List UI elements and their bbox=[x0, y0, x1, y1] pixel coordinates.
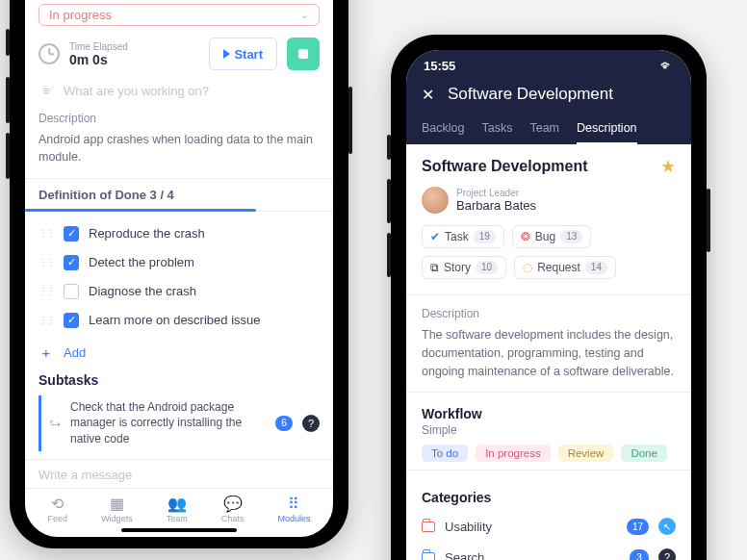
chevron-down-icon: ⌄ bbox=[300, 9, 309, 21]
definition-of-done-header[interactable]: Definition of Done 3 / 4 bbox=[25, 178, 333, 212]
tab-tasks[interactable]: Tasks bbox=[481, 115, 512, 144]
state-inprogress[interactable]: In progress bbox=[476, 445, 551, 462]
checklist-item[interactable]: ⋮⋮✓Reproduce the crash bbox=[39, 219, 320, 248]
stop-icon bbox=[298, 49, 308, 59]
feed-icon: ⟲ bbox=[51, 495, 64, 512]
help-icon[interactable]: ? bbox=[658, 548, 676, 560]
nav-widgets[interactable]: ▦Widgets bbox=[101, 495, 133, 523]
checklist-label: Diagnose the crash bbox=[89, 284, 196, 298]
type-label: Bug bbox=[535, 230, 555, 243]
plus-icon: + bbox=[39, 344, 54, 361]
time-elapsed-value: 0m 0s bbox=[69, 52, 199, 67]
checklist-item[interactable]: ⋮⋮Diagnose the crash bbox=[39, 277, 320, 306]
issue-type-chips: ✔Task19 ❂Bug13 ⧉Story10 ◌Request14 bbox=[422, 225, 676, 279]
working-on-input[interactable]: ≡ What are you working on? bbox=[39, 84, 320, 98]
drag-handle-icon[interactable]: ⋮⋮ bbox=[39, 257, 54, 267]
checkbox[interactable]: ✓ bbox=[64, 255, 79, 270]
checklist-label: Detect the problem bbox=[89, 255, 194, 269]
category-name: Usability bbox=[445, 520, 617, 534]
workflow-label: Workflow bbox=[422, 406, 676, 421]
request-icon: ◌ bbox=[523, 261, 532, 274]
drag-handle-icon[interactable]: ⋮⋮ bbox=[39, 315, 54, 325]
tab-team[interactable]: Team bbox=[529, 115, 559, 144]
dod-checklist: ⋮⋮✓Reproduce the crash⋮⋮✓Detect the prob… bbox=[39, 212, 320, 339]
team-icon: 👥 bbox=[167, 495, 187, 512]
hw-button bbox=[387, 179, 391, 223]
start-timer-button[interactable]: Start bbox=[209, 38, 277, 70]
project-header: 15:55 ᯤ ✕ Software Development Backlog T… bbox=[406, 50, 691, 144]
bug-icon: ❂ bbox=[521, 230, 530, 243]
nav-chats[interactable]: 💬Chats bbox=[221, 495, 245, 523]
message-input[interactable]: Write a message bbox=[25, 459, 333, 488]
hw-button bbox=[707, 189, 710, 252]
type-count: 19 bbox=[474, 230, 496, 243]
checkbox[interactable]: ✓ bbox=[64, 313, 79, 328]
divider bbox=[406, 392, 691, 393]
category-name: Search bbox=[445, 550, 620, 560]
project-title: Software Development bbox=[422, 158, 587, 175]
checklist-item[interactable]: ⋮⋮✓Learn more on described issue bbox=[39, 306, 320, 335]
close-icon[interactable]: ✕ bbox=[422, 86, 434, 104]
drag-handle-icon[interactable]: ⋮⋮ bbox=[39, 286, 54, 296]
bookmark-icon: ⧉ bbox=[430, 261, 439, 274]
checkbox[interactable] bbox=[64, 284, 79, 299]
tab-description[interactable]: Description bbox=[577, 115, 637, 144]
folder-icon bbox=[422, 522, 435, 532]
leader-label: Project Leader bbox=[456, 188, 536, 198]
play-icon bbox=[223, 49, 230, 59]
nav-team[interactable]: 👥Team bbox=[167, 495, 188, 523]
leader-avatar bbox=[422, 187, 449, 214]
subtask-icon: ⮑ bbox=[49, 417, 61, 430]
type-chip-request[interactable]: ◌Request14 bbox=[514, 256, 616, 279]
nav-feed[interactable]: ⟲Feed bbox=[48, 495, 68, 523]
home-indicator bbox=[121, 528, 237, 532]
type-label: Story bbox=[444, 261, 471, 274]
help-icon[interactable]: ? bbox=[302, 415, 320, 432]
checkbox[interactable]: ✓ bbox=[64, 226, 79, 242]
category-row[interactable]: Usability17↖ bbox=[422, 511, 676, 542]
type-chip-bug[interactable]: ❂Bug13 bbox=[512, 225, 591, 248]
type-chip-story[interactable]: ⧉Story10 bbox=[422, 256, 506, 279]
drag-handle-icon[interactable]: ⋮⋮ bbox=[39, 228, 54, 239]
stop-timer-button[interactable] bbox=[287, 38, 320, 70]
divider bbox=[406, 470, 691, 471]
checklist-label: Learn more on described issue bbox=[89, 313, 261, 327]
category-row[interactable]: Search3? bbox=[422, 542, 676, 560]
category-count-badge: 3 bbox=[630, 549, 649, 560]
subtask-text: Check that the Android package manager i… bbox=[70, 399, 266, 447]
tab-backlog[interactable]: Backlog bbox=[422, 115, 464, 144]
type-count: 10 bbox=[476, 261, 498, 274]
description-label: Description bbox=[422, 307, 676, 320]
add-label: Add bbox=[64, 345, 86, 360]
phone-left: ❂ STW-13 4 Android app crashing In progr… bbox=[10, 0, 348, 548]
dod-progress bbox=[25, 209, 256, 212]
nav-label: Chats bbox=[221, 514, 245, 523]
screen-title: Software Development bbox=[448, 85, 613, 104]
type-chip-task[interactable]: ✔Task19 bbox=[422, 225, 504, 248]
hw-button bbox=[387, 135, 391, 160]
state-review[interactable]: Review bbox=[558, 445, 614, 462]
pointer-icon[interactable]: ↖ bbox=[658, 518, 676, 535]
message-placeholder: Write a message bbox=[39, 468, 132, 482]
checklist-label: Reproduce the crash bbox=[89, 226, 205, 241]
subtask-item[interactable]: ⮑ Check that the Android package manager… bbox=[39, 395, 320, 451]
categories-label: Categories bbox=[422, 490, 676, 505]
type-label: Request bbox=[537, 261, 580, 274]
star-icon[interactable]: ★ bbox=[660, 156, 676, 177]
state-done[interactable]: Done bbox=[621, 445, 667, 462]
type-count: 13 bbox=[560, 230, 582, 243]
category-count-badge: 17 bbox=[627, 519, 649, 535]
hw-button bbox=[387, 233, 391, 277]
divider bbox=[406, 294, 691, 295]
wifi-icon: ᯤ bbox=[660, 58, 674, 73]
add-checklist-item[interactable]: + Add bbox=[39, 339, 320, 367]
project-leader[interactable]: Project Leader Barbara Bates bbox=[422, 187, 676, 214]
state-todo[interactable]: To do bbox=[422, 445, 468, 462]
status-value: In progress bbox=[49, 8, 112, 22]
nav-label: Modules bbox=[277, 514, 310, 523]
hw-button bbox=[6, 29, 10, 56]
nav-label: Feed bbox=[48, 514, 68, 523]
checklist-item[interactable]: ⋮⋮✓Detect the problem bbox=[39, 248, 320, 277]
nav-modules[interactable]: ⠿Modules bbox=[277, 495, 310, 523]
status-dropdown[interactable]: In progress ⌄ bbox=[39, 4, 320, 26]
